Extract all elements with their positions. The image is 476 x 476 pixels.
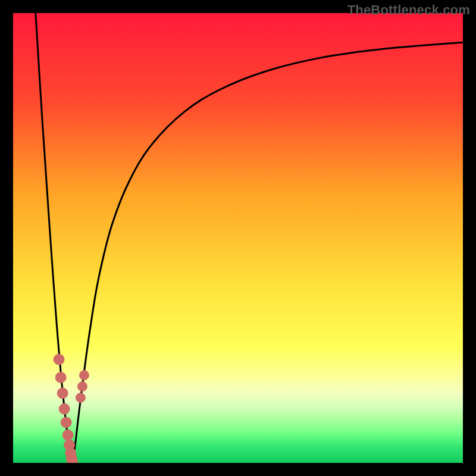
data-marker <box>62 430 73 440</box>
data-marker <box>55 372 66 383</box>
watermark-text: TheBottleneck.com <box>347 2 470 18</box>
chart-frame: TheBottleneck.com <box>0 0 476 476</box>
data-marker <box>79 371 89 380</box>
bottleneck-chart <box>13 13 463 463</box>
data-marker <box>76 393 85 402</box>
data-marker <box>77 381 87 391</box>
data-marker <box>61 417 71 428</box>
data-marker <box>57 388 68 399</box>
data-marker <box>59 403 70 414</box>
data-marker <box>54 354 64 365</box>
